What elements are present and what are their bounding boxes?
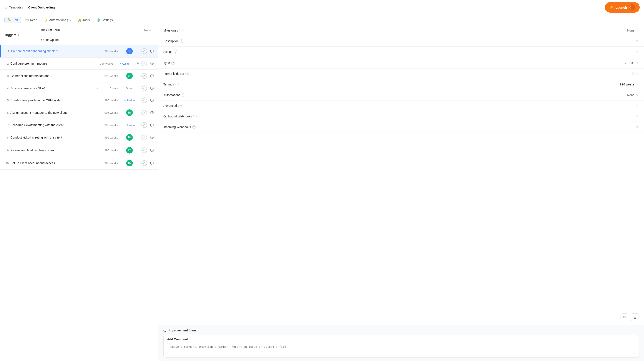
comment-icon[interactable]: 💬	[149, 124, 154, 127]
task-name: Review and finalize client contract	[10, 149, 99, 152]
prop-label-incoming_webhooks: Incoming Webhooks?	[164, 125, 196, 129]
info-icon-description[interactable]: ?	[180, 39, 184, 43]
triggers-options: Kick Off Form None › Other Options ›	[37, 25, 158, 45]
task-row[interactable]: 8Conduct kickoff meeting with the client…	[0, 131, 158, 144]
star-icon[interactable]: ☆	[4, 6, 8, 10]
task-row[interactable]: 10Set up client account and access...996…	[0, 157, 158, 170]
comment-icon[interactable]: 💬	[149, 50, 154, 53]
task-check[interactable]: ✓	[141, 122, 148, 128]
task-duration: 996 weeks	[100, 149, 118, 152]
edit-icon-timings[interactable]: ✎	[636, 83, 639, 86]
task-row[interactable]: 3Gather client information and...996 wee…	[0, 70, 158, 82]
tab-read[interactable]: 📖 Read	[22, 17, 40, 23]
copy-button[interactable]: ⧉	[620, 313, 628, 321]
task-name: Schedule kickoff meeting with the client	[10, 123, 99, 127]
comment-icon[interactable]: 💬	[149, 62, 154, 65]
list-icon-form_fields[interactable]: ☰	[632, 72, 634, 76]
delete-button[interactable]: 🗑	[631, 313, 639, 321]
prop-label-description: Description?	[164, 39, 184, 43]
edit-icon-assign[interactable]: ✎	[636, 50, 639, 54]
edit-icon-outbound_webhooks[interactable]: ✎	[636, 115, 639, 118]
avatar[interactable]: IA	[126, 160, 133, 166]
comment-icon[interactable]: 💬	[149, 74, 154, 78]
tab-tools[interactable]: 🚚 Tools	[74, 17, 93, 23]
assign-button[interactable]: + Assign	[124, 124, 135, 127]
comment-icon[interactable]: 💬	[149, 136, 154, 139]
assign-button[interactable]: + Assign	[120, 62, 130, 65]
info-icon-automations[interactable]: ?	[182, 93, 185, 97]
task-check[interactable]: ✓	[141, 73, 148, 79]
edit-icon-milestones[interactable]: ✎	[636, 29, 639, 32]
edit-icon-incoming_webhooks[interactable]: ✎	[636, 125, 639, 129]
edit-icon-type[interactable]: ✎	[636, 61, 639, 65]
assign-button[interactable]: + Assign	[124, 99, 135, 102]
tab-settings[interactable]: ⚙️ Settings	[94, 17, 116, 23]
task-check[interactable]: ✓	[141, 48, 148, 54]
task-check[interactable]: ✓	[141, 160, 148, 166]
task-assign-area: + Assign	[120, 99, 139, 102]
kick-off-form-row[interactable]: Kick Off Form None ›	[37, 25, 158, 35]
prop-row-description: Description?☰✎	[158, 36, 644, 47]
info-icon-assign[interactable]: ?	[174, 50, 177, 54]
info-icon-outbound_webhooks[interactable]: ?	[193, 115, 197, 118]
task-row[interactable]: 2Configure premium module996 weeks+ Assi…	[0, 58, 158, 70]
edit-icon-advanced[interactable]: ✎	[636, 104, 639, 107]
task-row[interactable]: 7Schedule kickoff meeting with the clien…	[0, 119, 158, 131]
comment-icon[interactable]: 💬	[149, 87, 154, 90]
avatar[interactable]: LT	[126, 147, 133, 154]
task-duration: 996 weeks	[100, 162, 118, 165]
launch-clock-icon: ⏱	[629, 4, 635, 11]
tab-tools-label: Tools	[82, 18, 90, 22]
comment-icon[interactable]: 💬	[149, 162, 154, 165]
flag-icon[interactable]: ⚑	[136, 62, 139, 65]
chevron-right-icon-2: ›	[153, 38, 154, 42]
share-icon[interactable]: ⤢	[97, 87, 99, 90]
prop-label-advanced: Advanced?	[164, 104, 182, 107]
avatar[interactable]: BP	[126, 48, 133, 54]
task-duration: 996 weeks	[100, 111, 118, 114]
edit-icon-form_fields[interactable]: ✎	[636, 72, 639, 76]
info-icon-incoming_webhooks[interactable]: ?	[192, 125, 196, 129]
prop-row-form_fields: Form Fields (1)?☰✎	[158, 69, 644, 79]
prop-label-assign: Assign?	[164, 50, 177, 54]
task-row[interactable]: 4Do you agree to our SLA?⤢5 daysGuest✓💬	[0, 82, 158, 94]
task-duration: 996 weeks	[100, 124, 118, 127]
launch-button[interactable]: 🔔 Launch ⏱	[605, 2, 640, 13]
avatar[interactable]: SR	[126, 73, 133, 79]
task-check[interactable]: ✓	[141, 97, 148, 103]
comment-input[interactable]	[167, 343, 635, 354]
comment-icon[interactable]: 💬	[149, 111, 154, 114]
task-check[interactable]: ✓	[141, 86, 148, 91]
task-row[interactable]: 5Create client profile in the CRM system…	[0, 94, 158, 106]
tab-automations[interactable]: ⚡ Automations (1)	[41, 17, 74, 23]
info-icon-milestones[interactable]: ?	[179, 29, 183, 32]
info-icon-type[interactable]: ?	[171, 61, 175, 65]
task-check[interactable]: ✓	[141, 135, 148, 140]
avatar[interactable]: SM	[126, 109, 133, 116]
other-options-row[interactable]: Other Options ›	[37, 35, 158, 45]
prop-label-milestones: Milestones?	[164, 29, 183, 32]
task-check[interactable]: ✓	[141, 110, 148, 116]
edit-icon-automations[interactable]: ✎	[636, 93, 639, 97]
breadcrumb: ☆ Templates > Client Onboarding	[4, 6, 55, 10]
info-icon-timings[interactable]: ?	[175, 83, 179, 86]
comment-icon[interactable]: 💬	[149, 149, 154, 152]
tab-edit[interactable]: ✏️ Edit	[4, 17, 21, 23]
info-icon-form_fields[interactable]: ?	[185, 72, 189, 76]
breadcrumb-templates[interactable]: Templates	[9, 6, 23, 9]
comment-icon[interactable]: 💬	[149, 99, 154, 102]
task-row[interactable]: 1Prepare client onboarding checklist996 …	[0, 45, 158, 58]
info-icon-advanced[interactable]: ?	[178, 104, 182, 107]
edit-icon: ✏️	[8, 18, 11, 22]
task-name: Assign account manager to the new client	[10, 111, 99, 114]
comment-box-title: Add Comment	[167, 337, 635, 341]
task-row[interactable]: 9Review and finalize client contract996 …	[0, 144, 158, 157]
task-check[interactable]: ✓	[141, 147, 148, 153]
avatar[interactable]: AM	[126, 134, 133, 141]
right-panel: Milestones?None✎Description?☰✎Assign?✎Ty…	[158, 25, 644, 361]
task-row[interactable]: 6Assign account manager to the new clien…	[0, 106, 158, 119]
prop-label-type: Type?	[164, 61, 175, 65]
edit-icon-description[interactable]: ✎	[636, 39, 639, 43]
list-icon-description[interactable]: ☰	[632, 39, 634, 43]
task-check[interactable]: ✓	[141, 61, 148, 66]
